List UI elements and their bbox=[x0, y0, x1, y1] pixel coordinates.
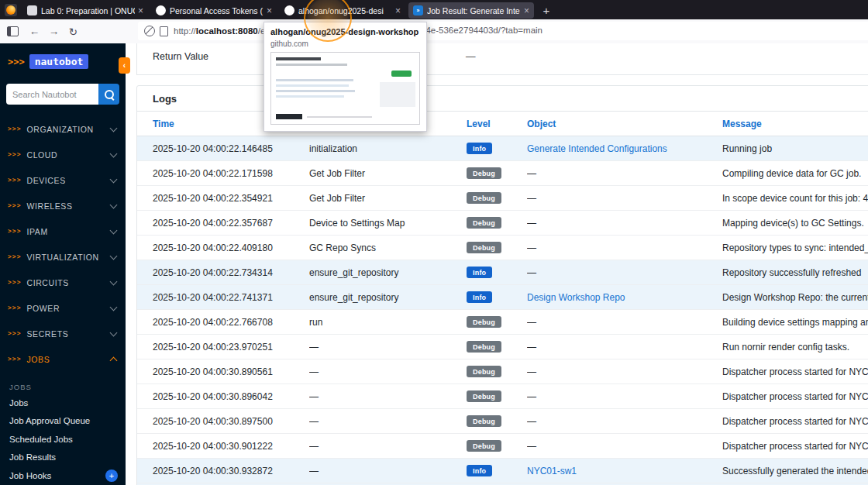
level-badge: Debug bbox=[467, 341, 501, 353]
tab-close-icon[interactable]: × bbox=[138, 5, 143, 16]
chevron-icon bbox=[110, 150, 118, 157]
level-badge: Info bbox=[467, 465, 492, 476]
subitem-label: Job Approval Queue bbox=[9, 416, 90, 425]
sidebar-submenu: JobsJob Approval QueueScheduled JobsJob … bbox=[0, 394, 126, 485]
preview-subtitle-line bbox=[276, 64, 347, 66]
sidebar-item-power[interactable]: >>>POWER bbox=[0, 295, 126, 321]
log-grouping: GC Repo Syncs bbox=[309, 242, 467, 253]
sidebar-subitem-job-approval-queue[interactable]: Job Approval Queue bbox=[0, 412, 126, 431]
sidebar-item-cloud[interactable]: >>>CLOUD bbox=[0, 142, 126, 167]
sidebar-item-circuits[interactable]: >>>CIRCUITS bbox=[0, 270, 126, 295]
menu-item-label: POWER bbox=[26, 304, 60, 313]
url-text-suffix: 54e-536e2794403d/?tab=main bbox=[421, 26, 542, 35]
forward-icon[interactable]: → bbox=[44, 26, 64, 37]
tab-title: Lab 0: Preparation | ONUG 2 bbox=[41, 6, 135, 15]
url-bar[interactable]: http://localhost:8080/ex 54e-536e2794403… bbox=[138, 22, 868, 40]
tab-close-icon[interactable]: × bbox=[267, 5, 272, 16]
search-button[interactable] bbox=[98, 84, 119, 105]
menu-arrows-icon: >>> bbox=[8, 330, 21, 337]
object-link[interactable]: NYC01-sw1 bbox=[527, 466, 577, 476]
sidebar-subitem-scheduled-jobs[interactable]: Scheduled Jobs bbox=[0, 430, 126, 449]
preview-code-button bbox=[391, 71, 412, 77]
browser-tab[interactable]: alhogan/onug2025-desi× bbox=[280, 2, 405, 19]
log-grouping: — bbox=[309, 441, 467, 452]
sidebar-item-ipam[interactable]: >>>IPAM bbox=[0, 218, 126, 244]
level-badge: Debug bbox=[467, 316, 501, 328]
search-input[interactable] bbox=[6, 84, 98, 105]
sidebar-item-secrets[interactable]: >>>SECRETS bbox=[0, 321, 126, 346]
log-time: 2025-10-20 04:00:30.901222 bbox=[153, 441, 309, 452]
new-tab-button[interactable]: + bbox=[539, 3, 554, 19]
sidebar-collapse-button[interactable]: ‹ bbox=[119, 57, 130, 74]
menu-item-label: CIRCUITS bbox=[26, 278, 68, 287]
log-message: Building device settings mapping and run… bbox=[722, 317, 868, 328]
table-row: 2025-10-20 04:00:22.171598Get Job Filter… bbox=[137, 161, 868, 186]
sidebar-item-wireless[interactable]: >>>WIRELESS bbox=[0, 193, 126, 218]
object-link[interactable]: Design Workshop Repo bbox=[527, 292, 625, 303]
tab-close-icon[interactable]: × bbox=[524, 5, 529, 16]
log-grouping: — bbox=[309, 366, 467, 377]
sidebar-toggle-icon[interactable] bbox=[7, 26, 19, 36]
back-icon[interactable]: ← bbox=[25, 26, 44, 37]
log-object: — bbox=[527, 168, 722, 179]
tab-close-icon[interactable]: × bbox=[395, 5, 401, 16]
log-message: Design Workshop Repo: the current Git re… bbox=[722, 292, 868, 303]
table-row: 2025-10-20 04:00:30.932872—InfoNYC01-sw1… bbox=[137, 459, 868, 483]
nautobot-logo[interactable]: >>> nautobot bbox=[8, 54, 88, 69]
protections-shield-icon[interactable] bbox=[144, 26, 155, 36]
log-message: Repository types to sync: intended_repos… bbox=[722, 242, 868, 253]
column-header-level[interactable]: Level bbox=[467, 119, 527, 129]
log-time: 2025-10-20 04:00:30.897500 bbox=[153, 416, 309, 427]
log-object: — bbox=[527, 342, 722, 353]
menu-item-label: DEVICES bbox=[26, 176, 65, 185]
menu-arrows-icon: >>> bbox=[8, 151, 21, 158]
log-grouping: Get Job Filter bbox=[309, 168, 467, 179]
log-level: Debug bbox=[467, 316, 527, 328]
table-row: 2025-10-20 04:00:30.897500—Debug—Dispatc… bbox=[137, 409, 868, 434]
sidebar-item-jobs[interactable]: >>>JOBS bbox=[0, 346, 126, 372]
preview-footer-line bbox=[307, 116, 372, 118]
return-value-row: Return Value — bbox=[136, 43, 868, 75]
column-header-object[interactable]: Object bbox=[527, 119, 722, 129]
browser-tab[interactable]: Personal Access Tokens (× bbox=[151, 2, 277, 19]
sidebar-item-organization[interactable]: >>>ORGANIZATION bbox=[0, 116, 126, 142]
browser-logo-icon[interactable] bbox=[5, 4, 17, 16]
log-object: NYC01-sw1 bbox=[527, 466, 722, 476]
log-message: Dispatcher process started for NYC01-rtr… bbox=[722, 441, 868, 452]
sidebar-search bbox=[6, 84, 119, 105]
object-link[interactable]: Generate Intended Configurations bbox=[527, 143, 667, 154]
level-badge: Info bbox=[467, 267, 492, 278]
menu-arrows-icon: >>> bbox=[8, 279, 21, 286]
log-level: Debug bbox=[467, 341, 527, 353]
sidebar-menu: >>>ORGANIZATION>>>CLOUD>>>DEVICES>>>WIRE… bbox=[0, 116, 126, 372]
tab-title: Job Result: Generate Inte bbox=[427, 6, 521, 15]
page-info-icon bbox=[160, 26, 168, 36]
sidebar-subitem-job-results[interactable]: Job Results bbox=[0, 449, 126, 467]
table-row: 2025-10-20 04:00:30.901222—Debug—Dispatc… bbox=[137, 434, 868, 459]
log-grouping: Get Job Filter bbox=[309, 193, 467, 204]
menu-arrows-icon: >>> bbox=[8, 304, 21, 311]
sidebar-subitem-job-hooks[interactable]: Job Hooks+ bbox=[0, 466, 126, 485]
level-badge: Debug bbox=[467, 217, 501, 229]
column-header-message[interactable]: Message bbox=[722, 119, 868, 129]
log-grouping: run bbox=[309, 317, 467, 328]
sidebar-subitem-jobs[interactable]: Jobs bbox=[0, 394, 126, 412]
menu-item-label: CLOUD bbox=[26, 150, 57, 160]
tab-preview-tooltip: alhogan/onug2025-design-workshop github.… bbox=[264, 22, 427, 132]
browser-tab[interactable]: Lab 0: Preparation | ONUG 2× bbox=[22, 2, 148, 19]
menu-arrows-icon: >>> bbox=[8, 126, 21, 132]
browser-tab[interactable]: Job Result: Generate Inte× bbox=[408, 2, 534, 19]
preview-file-row bbox=[276, 79, 353, 81]
sidebar-item-devices[interactable]: >>>DEVICES bbox=[0, 167, 126, 193]
log-grouping: initialization bbox=[309, 143, 467, 154]
level-badge: Debug bbox=[467, 415, 501, 427]
log-time: 2025-10-20 04:00:22.357687 bbox=[153, 218, 309, 229]
log-time: 2025-10-20 04:00:22.146485 bbox=[153, 143, 309, 154]
log-time: 2025-10-20 04:00:30.932872 bbox=[153, 466, 309, 476]
sidebar-item-virtualization[interactable]: >>>VIRTUALIZATION bbox=[0, 244, 126, 270]
log-object: — bbox=[527, 416, 722, 427]
table-row: 2025-10-20 04:00:22.357687Device to Sett… bbox=[137, 211, 868, 236]
add-job-hook-button[interactable]: + bbox=[105, 470, 118, 482]
reload-icon[interactable]: ↻ bbox=[64, 26, 83, 38]
logs-panel-title: Logs bbox=[137, 86, 868, 112]
